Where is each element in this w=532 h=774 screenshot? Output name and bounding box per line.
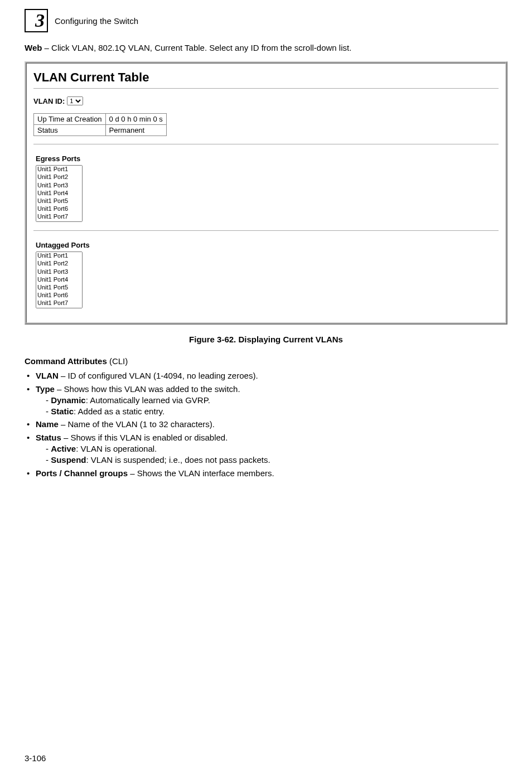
command-attributes-heading-rest: (CLI) <box>107 356 128 366</box>
attr-sub-term: Dynamic <box>51 395 86 405</box>
untagged-ports-heading: Untagged Ports <box>36 241 499 249</box>
info-table: Up Time at Creation 0 d 0 h 0 min 0 s St… <box>33 113 167 136</box>
attr-subline: - Static: Added as a static entry. <box>36 406 507 417</box>
egress-ports-heading: Egress Ports <box>36 154 499 163</box>
list-item[interactable]: Unit1 Port3 <box>36 268 82 276</box>
list-item[interactable]: Unit1 Port2 <box>36 260 82 268</box>
list-item[interactable]: Unit1 Port8 <box>36 308 82 309</box>
attr-term: VLAN <box>36 371 59 380</box>
attr-sub-text: : VLAN is suspended; i.e., does not pass… <box>86 455 270 465</box>
untagged-ports-list[interactable]: Unit1 Port1 Unit1 Port2 Unit1 Port3 Unit… <box>36 251 83 308</box>
command-attributes-heading: Command Attributes (CLI) <box>25 356 507 366</box>
vlan-id-label: VLAN ID: <box>33 97 65 105</box>
table-row: Status Permanent <box>34 125 167 136</box>
chapter-number-box: 3 <box>25 9 48 32</box>
list-item[interactable]: Unit1 Port5 <box>36 197 82 205</box>
list-item[interactable]: Unit1 Port4 <box>36 190 82 197</box>
attr-vlan: VLAN – ID of configured VLAN (1-4094, no… <box>26 370 507 381</box>
uptime-value-cell: 0 d 0 h 0 min 0 s <box>105 114 166 125</box>
attr-sub-text: : VLAN is operational. <box>76 444 157 453</box>
attr-sub-term: Active <box>51 444 76 453</box>
attr-term: Type <box>36 384 55 394</box>
attr-text: – Shows if this VLAN is enabled or disab… <box>61 433 228 442</box>
attr-sub-text: : Added as a static entry. <box>74 407 165 416</box>
uptime-label-cell: Up Time at Creation <box>34 114 106 125</box>
command-attributes-heading-bold: Command Attributes <box>25 356 107 366</box>
attr-subline: - Dynamic: Automatically learned via GVR… <box>36 395 507 406</box>
intro-paragraph: Web – Click VLAN, 802.1Q VLAN, Current T… <box>25 42 507 54</box>
list-item[interactable]: Unit1 Port3 <box>36 182 82 190</box>
vlan-id-row: VLAN ID: 1 <box>33 96 499 105</box>
list-item[interactable]: Unit1 Port6 <box>36 205 82 213</box>
screenshot-frame: VLAN Current Table VLAN ID: 1 Up Time at… <box>25 61 507 325</box>
panel-title: VLAN Current Table <box>33 70 499 85</box>
attr-type: Type – Shows how this VLAN was added to … <box>26 384 507 417</box>
list-item[interactable]: Unit1 Port5 <box>36 284 82 292</box>
figure-caption: Figure 3-62. Displaying Current VLANs <box>25 335 507 344</box>
table-row: Up Time at Creation 0 d 0 h 0 min 0 s <box>34 114 167 125</box>
attr-subline: - Active: VLAN is operational. <box>36 443 507 454</box>
intro-web-text: – Click VLAN, 802.1Q VLAN, Current Table… <box>42 43 351 52</box>
egress-ports-list[interactable]: Unit1 Port1 Unit1 Port2 Unit1 Port3 Unit… <box>36 165 83 222</box>
vlan-current-panel: VLAN Current Table VLAN ID: 1 Up Time at… <box>30 67 502 317</box>
list-item[interactable]: Unit1 Port8 <box>36 221 82 222</box>
separator <box>33 88 499 89</box>
attr-term: Ports / Channel groups <box>36 468 128 478</box>
list-item[interactable]: Unit1 Port1 <box>36 252 82 260</box>
list-item[interactable]: Unit1 Port2 <box>36 173 82 181</box>
attr-text: – Shows how this VLAN was added to the s… <box>55 384 240 394</box>
attr-text: – Name of the VLAN (1 to 32 characters). <box>59 419 215 429</box>
list-item[interactable]: Unit1 Port4 <box>36 276 82 284</box>
attr-sub-term: Static <box>51 407 74 416</box>
egress-ports-block: Egress Ports Unit1 Port1 Unit1 Port2 Uni… <box>33 152 499 228</box>
list-item[interactable]: Unit1 Port1 <box>36 166 82 173</box>
separator <box>33 230 499 231</box>
attr-text: – Shows the VLAN interface members. <box>128 468 274 478</box>
attr-text: – ID of configured VLAN (1-4094, no lead… <box>59 371 258 380</box>
list-item[interactable]: Unit1 Port6 <box>36 292 82 299</box>
attr-ports: Ports / Channel groups – Shows the VLAN … <box>26 468 507 479</box>
section-title: Configuring the Switch <box>55 16 138 26</box>
separator <box>33 144 499 144</box>
intro-web-label: Web <box>25 43 42 52</box>
list-item[interactable]: Unit1 Port7 <box>36 299 82 307</box>
attr-status: Status – Shows if this VLAN is enabled o… <box>26 432 507 465</box>
list-item[interactable]: Unit1 Port7 <box>36 213 82 221</box>
untagged-ports-block: Untagged Ports Unit1 Port1 Unit1 Port2 U… <box>33 239 499 315</box>
attr-name: Name – Name of the VLAN (1 to 32 charact… <box>26 419 507 430</box>
attr-term: Name <box>36 419 59 429</box>
attr-term: Status <box>36 433 61 442</box>
status-label-cell: Status <box>34 125 106 136</box>
attr-sub-text: : Automatically learned via GVRP. <box>86 395 210 405</box>
status-value-cell: Permanent <box>105 125 166 136</box>
vlan-id-select[interactable]: 1 <box>67 96 83 105</box>
attr-sub-term: Suspend <box>51 455 86 465</box>
attr-subline: - Suspend: VLAN is suspended; i.e., does… <box>36 454 507 466</box>
page-header: 3 Configuring the Switch <box>25 9 507 32</box>
attribute-list: VLAN – ID of configured VLAN (1-4094, no… <box>26 370 507 478</box>
